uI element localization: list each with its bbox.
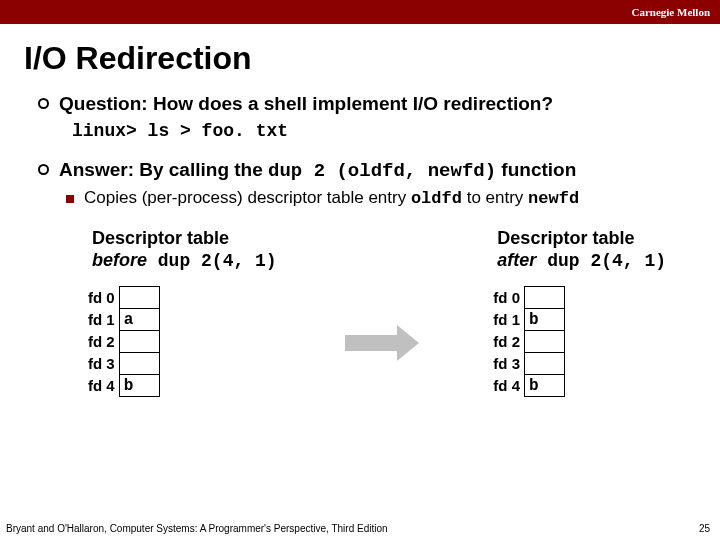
table-row: fd 1b [493,309,564,331]
tables-row: Descriptor table before dup 2(4, 1) fd 0… [88,228,666,397]
before-table: fd 0 fd 1a fd 2 fd 3 fd 4b [88,286,160,397]
answer-suffix: function [496,159,576,180]
fd-cell: b [525,309,565,331]
fd-label: fd 0 [88,287,119,309]
sub-code-oldfd: oldfd [411,189,462,208]
fd-cell [119,331,159,353]
before-cap-line1: Descriptor table [92,228,229,248]
bullet-circle-icon [38,98,49,109]
table-row: fd 2 [88,331,159,353]
after-cap-line1: Descriptor table [497,228,634,248]
slide: Carnegie Mellon I/O Redirection Question… [0,0,720,540]
bullet-square-icon [66,195,74,203]
table-row: fd 3 [493,353,564,375]
after-cap-code: dup 2(4, 1) [536,251,666,271]
before-table-block: Descriptor table before dup 2(4, 1) fd 0… [88,228,277,397]
brand-bar: Carnegie Mellon [0,0,720,24]
question-text: Question: How does a shell implement I/O… [59,93,553,115]
table-row: fd 2 [493,331,564,353]
fd-cell [119,287,159,309]
command-line: linux> ls > foo. txt [72,121,690,141]
fd-label: fd 4 [88,375,119,397]
before-cap-code: dup 2(4, 1) [147,251,277,271]
answer-code: dup 2 (oldfd, newfd) [268,160,496,182]
after-table: fd 0 fd 1b fd 2 fd 3 fd 4b [493,286,565,397]
table-row: fd 0 [493,287,564,309]
sub-mid: to entry [462,188,528,207]
bullet-circle-icon [38,164,49,175]
table-row: fd 0 [88,287,159,309]
slide-title: I/O Redirection [0,24,720,85]
after-cap-em: after [497,250,536,270]
sub-bullet: Copies (per-process) descriptor table en… [66,188,690,208]
after-table-block: Descriptor table after dup 2(4, 1) fd 0 … [493,228,666,397]
fd-label: fd 4 [493,375,524,397]
answer-bullet: Answer: By calling the dup 2 (oldfd, new… [38,159,690,182]
footer: Bryant and O'Hallaron, Computer Systems:… [6,523,710,534]
answer-prefix: Answer: By calling the [59,159,268,180]
page-number: 25 [699,523,710,534]
fd-cell [525,287,565,309]
answer-text: Answer: By calling the dup 2 (oldfd, new… [59,159,576,182]
fd-cell [525,331,565,353]
table-row: fd 4b [493,375,564,397]
before-caption: Descriptor table before dup 2(4, 1) [92,228,277,272]
fd-label: fd 0 [493,287,524,309]
table-row: fd 1a [88,309,159,331]
fd-cell [119,353,159,375]
fd-cell: a [119,309,159,331]
table-row: fd 4b [88,375,159,397]
before-cap-em: before [92,250,147,270]
content-area: Question: How does a shell implement I/O… [0,93,720,397]
after-caption: Descriptor table after dup 2(4, 1) [497,228,666,272]
sub-prefix: Copies (per-process) descriptor table en… [84,188,411,207]
fd-label: fd 3 [88,353,119,375]
fd-label: fd 1 [88,309,119,331]
table-row: fd 3 [88,353,159,375]
fd-label: fd 2 [88,331,119,353]
fd-cell: b [525,375,565,397]
question-bullet: Question: How does a shell implement I/O… [38,93,690,115]
fd-label: fd 3 [493,353,524,375]
brand-text: Carnegie Mellon [631,6,710,18]
fd-cell [525,353,565,375]
fd-cell: b [119,375,159,397]
sub-bullet-text: Copies (per-process) descriptor table en… [84,188,579,208]
sub-code-newfd: newfd [528,189,579,208]
arrow-wrap [345,327,425,359]
arrow-right-icon [345,327,425,359]
fd-label: fd 2 [493,331,524,353]
fd-label: fd 1 [493,309,524,331]
footer-left: Bryant and O'Hallaron, Computer Systems:… [6,523,388,534]
